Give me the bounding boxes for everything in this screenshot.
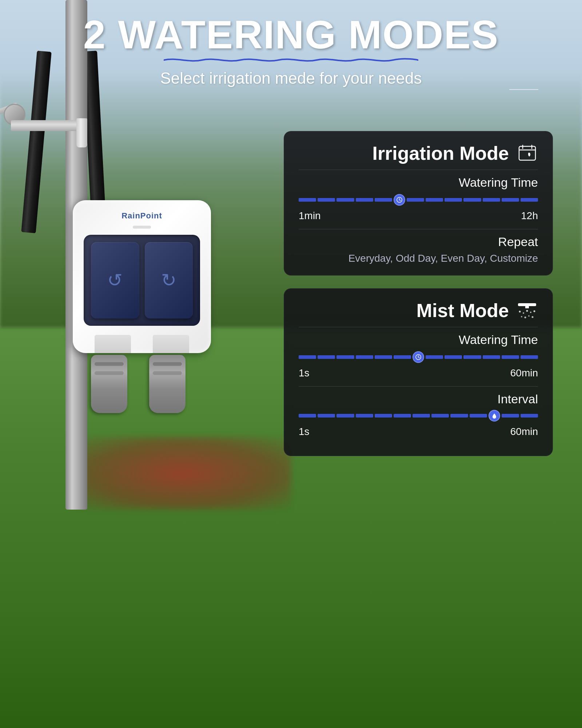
slider-seg	[412, 414, 430, 418]
slider-seg	[445, 198, 462, 202]
irrigation-device: RainPoint ↺ ↻	[73, 200, 211, 413]
mist-mode-card: Mist Mode	[284, 288, 553, 456]
slider-seg	[470, 414, 487, 418]
device-button-left-icon: ↺	[107, 270, 123, 291]
device-button-right[interactable]: ↻	[145, 242, 193, 318]
slider-seg	[318, 355, 335, 359]
slider-seg	[299, 355, 316, 359]
svg-line-20	[418, 357, 419, 358]
slider-thumb-clock[interactable]	[394, 194, 405, 206]
main-title: 2 WATERING MODES	[83, 15, 499, 55]
slider-min-label: 1min	[299, 210, 321, 222]
slider-seg	[336, 414, 354, 418]
svg-line-6	[399, 200, 400, 201]
slider-seg	[375, 198, 392, 202]
svg-rect-8	[525, 306, 529, 308]
svg-point-9	[519, 311, 521, 313]
device-body: RainPoint ↺ ↻	[73, 200, 211, 353]
irrigation-watering-slider[interactable]	[299, 194, 538, 206]
slider-seg	[483, 355, 500, 359]
irrigation-mode-icon	[516, 142, 538, 164]
mist-card-header: Mist Mode	[299, 300, 538, 327]
svg-rect-7	[518, 303, 536, 306]
slider-seg	[375, 355, 392, 359]
irrigation-mode-card: Irrigation Mode Watering Time	[284, 131, 553, 276]
mist-interval-slider-labels: 1s 60min	[299, 426, 538, 438]
slider-seg	[502, 355, 519, 359]
slider-seg	[299, 414, 316, 418]
hose-connector-right	[149, 355, 186, 413]
wave-underline	[164, 56, 418, 64]
slider-seg	[450, 414, 468, 418]
slider-seg	[356, 414, 373, 418]
svg-point-13	[534, 310, 535, 312]
irrigation-watering-slider-labels: 1min 12h	[299, 210, 538, 222]
mist-watering-time-label: Watering Time	[299, 333, 538, 347]
slider-seg	[407, 198, 424, 202]
slider-seg	[394, 355, 411, 359]
mist-int-max-label: 60min	[510, 426, 538, 438]
slider-seg	[483, 198, 500, 202]
irrigation-watering-time-label: Watering Time	[299, 175, 538, 190]
slider-seg	[356, 355, 373, 359]
repeat-label: Repeat	[299, 235, 538, 249]
slider-seg	[336, 355, 354, 359]
slider-seg	[463, 355, 481, 359]
mist-int-min-label: 1s	[299, 426, 310, 438]
svg-point-15	[525, 317, 526, 318]
slider-seg	[463, 198, 481, 202]
slider-seg	[521, 198, 538, 202]
faucet-spout	[76, 118, 87, 147]
device-indicator-bar	[133, 226, 151, 229]
hose-connectors	[73, 355, 211, 413]
interval-label: Interval	[299, 392, 538, 406]
slider-seg	[521, 355, 538, 359]
mist-wt-min-label: 1s	[299, 367, 310, 379]
slider-seg	[394, 414, 411, 418]
slider-thumb-clock[interactable]	[412, 351, 424, 363]
device-button-right-icon: ↻	[161, 270, 176, 291]
svg-rect-0	[519, 146, 535, 160]
device-outlet-left	[95, 335, 131, 353]
mist-card-divider	[299, 386, 538, 387]
faucet-pipe	[11, 120, 84, 131]
svg-point-12	[530, 312, 531, 313]
svg-point-10	[523, 312, 524, 314]
background-flowers	[73, 437, 291, 510]
device-outlet-right	[153, 335, 189, 353]
svg-point-11	[526, 310, 528, 312]
header-section: 2 WATERING MODES Select irrigation mede …	[0, 0, 582, 102]
mist-card-title: Mist Mode	[299, 300, 509, 321]
mist-interval-slider[interactable]	[299, 410, 538, 422]
mist-mode-icon	[516, 300, 538, 321]
svg-point-16	[528, 315, 530, 317]
device-brand-label: RainPoint	[121, 211, 162, 221]
card-divider	[299, 229, 538, 229]
hose-connector-left	[91, 355, 127, 413]
mist-wt-max-label: 60min	[510, 367, 538, 379]
slider-seg	[299, 198, 316, 202]
device-button-left[interactable]: ↺	[91, 242, 139, 318]
subtitle-text: Select irrigation mede for your needs	[160, 69, 422, 87]
svg-point-17	[532, 316, 534, 318]
slider-seg	[502, 198, 519, 202]
svg-point-14	[521, 316, 522, 317]
slider-seg	[318, 414, 335, 418]
irrigation-card-title: Irrigation Mode	[299, 142, 509, 164]
repeat-options: Everyday, Odd Day, Even Day, Customize	[299, 253, 538, 264]
slider-seg	[318, 198, 335, 202]
slider-thumb-drop[interactable]	[489, 410, 500, 422]
slider-seg	[356, 198, 373, 202]
slider-seg	[426, 355, 443, 359]
header-decorative-line	[509, 89, 538, 90]
device-buttons-panel: ↺ ↻	[84, 235, 200, 326]
irrigation-card-header: Irrigation Mode	[299, 142, 538, 170]
cards-section: Irrigation Mode Watering Time	[284, 131, 553, 456]
slider-seg	[502, 414, 519, 418]
slider-seg	[431, 414, 449, 418]
slider-seg	[375, 414, 392, 418]
slider-seg	[521, 414, 538, 418]
mist-watering-slider[interactable]	[299, 351, 538, 363]
slider-max-label: 12h	[521, 210, 538, 222]
mist-watering-slider-labels: 1s 60min	[299, 367, 538, 379]
